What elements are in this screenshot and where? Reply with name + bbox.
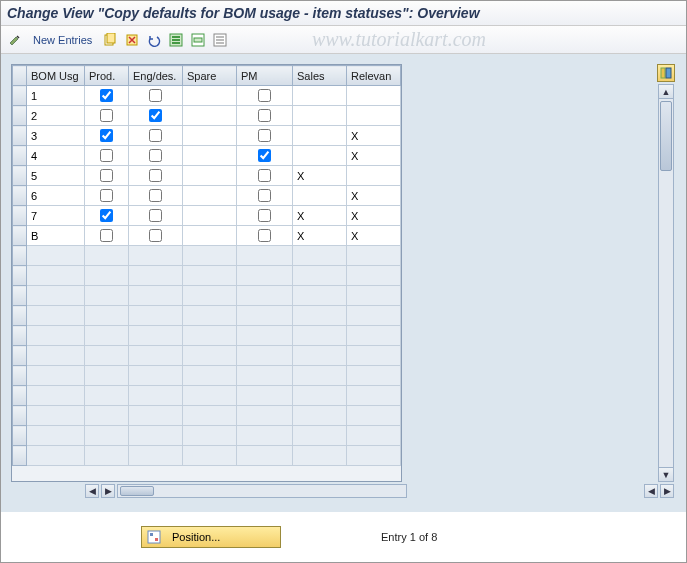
- col-header-eng[interactable]: Eng/des.: [129, 66, 183, 86]
- scroll-last-button[interactable]: ▶: [660, 484, 674, 498]
- row-checkbox[interactable]: [149, 129, 162, 142]
- select-all-icon[interactable]: [168, 32, 184, 48]
- row-checkbox[interactable]: [149, 149, 162, 162]
- row-checkbox[interactable]: [100, 109, 113, 122]
- cell-sales[interactable]: X: [293, 208, 346, 224]
- row-selector[interactable]: [13, 326, 27, 346]
- row-checkbox[interactable]: [258, 89, 271, 102]
- row-checkbox[interactable]: [100, 89, 113, 102]
- cell-relevan[interactable]: X: [347, 228, 400, 244]
- col-header-spare[interactable]: Spare: [183, 66, 237, 86]
- col-header-relevan[interactable]: Relevan: [347, 66, 401, 86]
- cell-sales[interactable]: [293, 154, 346, 158]
- col-header-sales[interactable]: Sales: [293, 66, 347, 86]
- cell-relevan[interactable]: [347, 94, 400, 98]
- row-checkbox[interactable]: [258, 189, 271, 202]
- cell-bom-usg[interactable]: 6: [27, 188, 84, 204]
- row-selector-header[interactable]: [13, 66, 27, 86]
- cell-spare[interactable]: [183, 94, 236, 98]
- cell-bom-usg[interactable]: 2: [27, 108, 84, 124]
- row-checkbox[interactable]: [100, 189, 113, 202]
- undo-change-icon[interactable]: [146, 32, 162, 48]
- delete-icon[interactable]: [124, 32, 140, 48]
- scroll-left-button[interactable]: ▶: [101, 484, 115, 498]
- row-checkbox[interactable]: [149, 229, 162, 242]
- row-selector[interactable]: [13, 86, 27, 106]
- row-checkbox[interactable]: [149, 169, 162, 182]
- scroll-down-button[interactable]: ▼: [659, 467, 673, 481]
- row-selector[interactable]: [13, 426, 27, 446]
- row-selector[interactable]: [13, 386, 27, 406]
- col-header-prod[interactable]: Prod.: [85, 66, 129, 86]
- row-checkbox[interactable]: [258, 109, 271, 122]
- row-checkbox[interactable]: [258, 169, 271, 182]
- vertical-scrollbar[interactable]: ▲ ▼: [658, 84, 674, 482]
- cell-bom-usg[interactable]: 7: [27, 208, 84, 224]
- cell-sales[interactable]: [293, 94, 346, 98]
- cell-bom-usg[interactable]: 1: [27, 88, 84, 104]
- horizontal-scroll-thumb[interactable]: [120, 486, 154, 496]
- cell-spare[interactable]: [183, 154, 236, 158]
- row-checkbox[interactable]: [258, 129, 271, 142]
- col-header-pm[interactable]: PM: [237, 66, 293, 86]
- row-checkbox[interactable]: [149, 89, 162, 102]
- row-checkbox[interactable]: [258, 209, 271, 222]
- scroll-right-button[interactable]: ◀: [644, 484, 658, 498]
- row-checkbox[interactable]: [100, 129, 113, 142]
- cell-spare[interactable]: [183, 194, 236, 198]
- copy-as-icon[interactable]: [102, 32, 118, 48]
- cell-spare[interactable]: [183, 214, 236, 218]
- deselect-all-icon[interactable]: [212, 32, 228, 48]
- row-checkbox[interactable]: [100, 209, 113, 222]
- vertical-scroll-thumb[interactable]: [660, 101, 672, 171]
- new-entries-button[interactable]: New Entries: [29, 34, 96, 46]
- cell-relevan[interactable]: [347, 174, 400, 178]
- cell-relevan[interactable]: X: [347, 188, 400, 204]
- cell-relevan[interactable]: [347, 114, 400, 118]
- cell-relevan[interactable]: X: [347, 148, 400, 164]
- cell-spare[interactable]: [183, 234, 236, 238]
- scroll-up-button[interactable]: ▲: [659, 85, 673, 99]
- row-selector[interactable]: [13, 166, 27, 186]
- row-selector[interactable]: [13, 126, 27, 146]
- row-selector[interactable]: [13, 106, 27, 126]
- cell-relevan[interactable]: X: [347, 128, 400, 144]
- row-selector[interactable]: [13, 286, 27, 306]
- toggle-display-change-icon[interactable]: [7, 32, 23, 48]
- row-checkbox[interactable]: [258, 149, 271, 162]
- row-selector[interactable]: [13, 306, 27, 326]
- cell-bom-usg[interactable]: 4: [27, 148, 84, 164]
- horizontal-scroll-track[interactable]: [117, 484, 407, 498]
- position-button[interactable]: Position...: [141, 526, 281, 548]
- cell-sales[interactable]: X: [293, 168, 346, 184]
- cell-relevan[interactable]: X: [347, 208, 400, 224]
- row-selector[interactable]: [13, 146, 27, 166]
- cell-bom-usg[interactable]: 5: [27, 168, 84, 184]
- row-selector[interactable]: [13, 346, 27, 366]
- row-checkbox[interactable]: [149, 109, 162, 122]
- cell-sales[interactable]: [293, 134, 346, 138]
- cell-bom-usg[interactable]: 3: [27, 128, 84, 144]
- row-selector[interactable]: [13, 246, 27, 266]
- scroll-first-button[interactable]: ◀: [85, 484, 99, 498]
- row-checkbox[interactable]: [100, 229, 113, 242]
- cell-spare[interactable]: [183, 174, 236, 178]
- row-selector[interactable]: [13, 366, 27, 386]
- cell-sales[interactable]: [293, 194, 346, 198]
- row-selector[interactable]: [13, 406, 27, 426]
- row-selector[interactable]: [13, 446, 27, 466]
- select-block-icon[interactable]: [190, 32, 206, 48]
- cell-spare[interactable]: [183, 114, 236, 118]
- row-checkbox[interactable]: [100, 169, 113, 182]
- row-selector[interactable]: [13, 186, 27, 206]
- row-checkbox[interactable]: [100, 149, 113, 162]
- row-selector[interactable]: [13, 226, 27, 246]
- col-header-bom-usg[interactable]: BOM Usg: [27, 66, 85, 86]
- row-checkbox[interactable]: [258, 229, 271, 242]
- row-checkbox[interactable]: [149, 209, 162, 222]
- row-checkbox[interactable]: [149, 189, 162, 202]
- table-settings-button[interactable]: [657, 64, 675, 82]
- cell-bom-usg[interactable]: B: [27, 228, 84, 244]
- cell-sales[interactable]: [293, 114, 346, 118]
- row-selector[interactable]: [13, 266, 27, 286]
